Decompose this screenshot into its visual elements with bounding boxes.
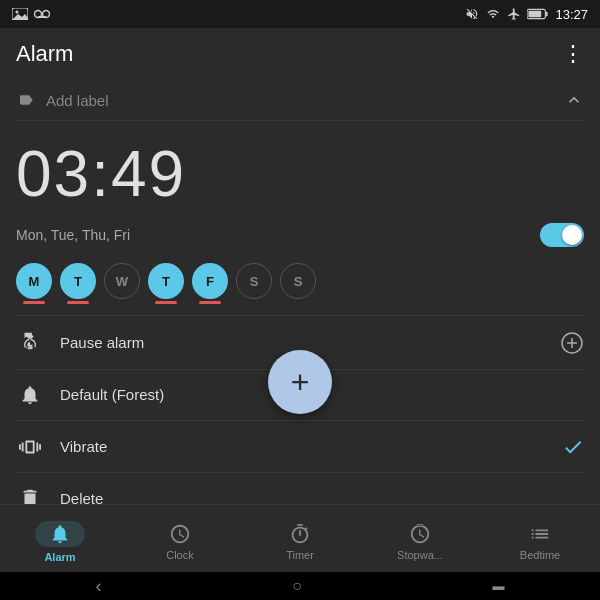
nav-bedtime-icon — [529, 523, 551, 545]
delete-row[interactable]: Delete — [16, 472, 584, 504]
nav-alarm-label: Alarm — [44, 551, 75, 563]
add-label-row[interactable]: Add label — [16, 80, 584, 121]
chevron-up-icon[interactable] — [564, 90, 584, 110]
nav-item-timer[interactable]: Timer — [240, 505, 360, 572]
day-wednesday[interactable]: W — [104, 263, 140, 299]
status-voicemail-icon — [34, 9, 50, 19]
vibrate-label: Vibrate — [60, 438, 562, 455]
system-nav-bar: ‹ ○ ▬ — [0, 572, 600, 600]
status-left-icons — [12, 8, 50, 20]
pause-alarm-label: Pause alarm — [60, 334, 560, 351]
nav-stopwatch-label: Stopwa... — [397, 549, 443, 561]
status-bar: 13:27 — [0, 0, 600, 28]
nav-item-clock[interactable]: Clock — [120, 505, 240, 572]
back-button[interactable]: ‹ — [95, 576, 101, 597]
nav-item-stopwatch[interactable]: Stopwa... — [360, 505, 480, 572]
day-thursday[interactable]: T — [148, 263, 184, 299]
delete-icon — [19, 487, 41, 504]
menu-button[interactable]: ⋮ — [562, 41, 584, 67]
nav-stopwatch-icon — [409, 523, 431, 545]
label-icon — [16, 92, 36, 108]
status-battery-icon — [527, 8, 549, 20]
nav-clock-icon — [169, 523, 191, 545]
status-right-icons: 13:27 — [465, 7, 588, 22]
vibrate-check-icon — [562, 435, 584, 459]
nav-item-bedtime[interactable]: Bedtime — [480, 505, 600, 572]
bottom-nav: Alarm Clock Timer Stopwa... Bedtime — [0, 504, 600, 572]
day-sunday[interactable]: S — [280, 263, 316, 299]
status-airplane-icon — [507, 7, 521, 21]
svg-point-1 — [16, 11, 19, 14]
ringtone-icon — [19, 384, 41, 406]
app-title: Alarm — [16, 41, 73, 67]
day-friday[interactable]: F — [192, 263, 228, 299]
status-mute-icon — [465, 7, 479, 21]
day-tuesday[interactable]: T — [60, 263, 96, 299]
nav-timer-icon — [289, 523, 311, 545]
status-wifi-icon — [485, 8, 501, 20]
main-content: Add label 03:49 Mon, Tue, Thu, Fri M T W… — [0, 80, 600, 504]
delete-label: Delete — [60, 490, 584, 504]
status-time: 13:27 — [555, 7, 588, 22]
fab-add-button[interactable]: + — [268, 350, 332, 414]
nav-clock-label: Clock — [166, 549, 194, 561]
pause-alarm-icon — [19, 331, 41, 353]
toggle-thumb — [562, 225, 582, 245]
svg-rect-8 — [529, 11, 542, 17]
day-monday[interactable]: M — [16, 263, 52, 299]
nav-item-alarm[interactable]: Alarm — [0, 505, 120, 572]
svg-rect-5 — [38, 16, 46, 18]
nav-timer-label: Timer — [286, 549, 314, 561]
alarm-time[interactable]: 03:49 — [16, 121, 584, 219]
status-image-icon — [12, 8, 28, 20]
app-bar: Alarm ⋮ — [0, 28, 600, 80]
nav-bedtime-label: Bedtime — [520, 549, 560, 561]
vibrate-row[interactable]: Vibrate — [16, 420, 584, 473]
pause-alarm-add-icon[interactable] — [560, 330, 584, 355]
schedule-row: Mon, Tue, Thu, Fri — [16, 219, 584, 259]
fab-plus-icon: + — [291, 366, 310, 398]
day-saturday[interactable]: S — [236, 263, 272, 299]
nav-alarm-icon — [49, 523, 71, 545]
schedule-toggle[interactable] — [540, 223, 584, 247]
svg-marker-2 — [12, 14, 28, 20]
add-label-text[interactable]: Add label — [46, 92, 109, 109]
vibrate-icon — [19, 436, 41, 458]
days-row: M T W T F S S — [16, 259, 584, 315]
svg-rect-7 — [546, 12, 548, 17]
schedule-text: Mon, Tue, Thu, Fri — [16, 227, 130, 243]
recent-button[interactable]: ▬ — [493, 579, 505, 593]
home-button[interactable]: ○ — [292, 577, 302, 595]
